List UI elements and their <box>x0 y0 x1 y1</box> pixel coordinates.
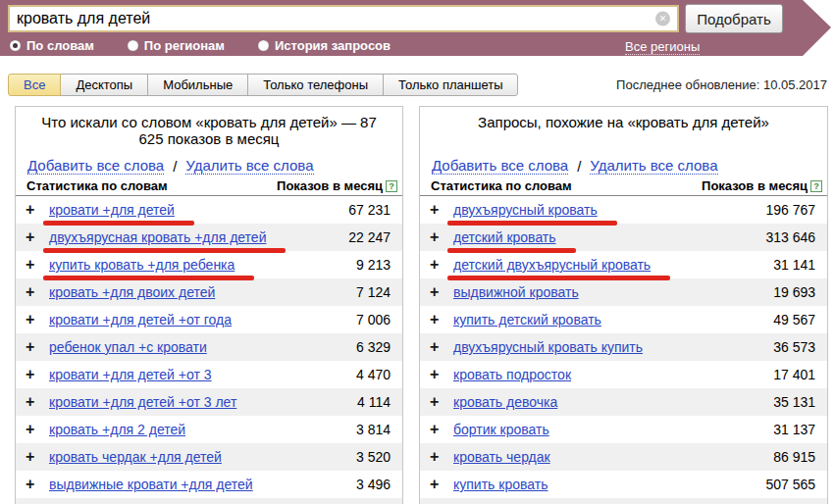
table-row: + бортик кровать 31 137 <box>420 416 827 443</box>
add-keyword-plus-icon[interactable]: + <box>430 338 453 356</box>
column-header-keywords: Статистика по словам <box>26 178 168 193</box>
keyword-link[interactable]: двухъярусный кровать купить <box>453 339 643 355</box>
add-keyword-plus-icon[interactable]: + <box>26 421 49 438</box>
add-keyword-plus-icon[interactable]: + <box>26 228 49 246</box>
keyword-link[interactable]: кровать девочка <box>453 394 557 410</box>
keyword-cell: купить детский кровать <box>453 312 601 328</box>
tab-tablets-only[interactable]: Только планшеты <box>383 74 518 96</box>
radio-icon <box>10 40 21 51</box>
add-keyword-plus-icon[interactable]: + <box>26 283 49 301</box>
table-row: + выдвижные кровати +для детей 3 496 <box>16 471 402 498</box>
add-keyword-plus-icon[interactable]: + <box>430 421 453 438</box>
tab-phones-only[interactable]: Только телефоны <box>247 74 384 96</box>
search-input[interactable] <box>10 7 677 30</box>
radio-by-words[interactable]: По словам <box>10 38 94 53</box>
table-row: + кровать девочка 35 131 <box>420 388 827 416</box>
remove-all-words-link[interactable]: Удалить все слова <box>185 157 313 175</box>
add-keyword-plus-icon[interactable]: + <box>26 476 49 493</box>
keyword-link[interactable]: кровати +для детей +от 3 лет <box>49 394 236 410</box>
table-row: + кровать +для 2 детей 3 814 <box>16 416 402 443</box>
tab-all[interactable]: Все <box>8 74 61 96</box>
clear-icon[interactable]: ✕ <box>655 12 670 26</box>
impressions-value: 86 915 <box>773 449 815 465</box>
search-header: ✕ Подобрать По словамПо регионамИстория … <box>0 0 835 56</box>
add-keyword-plus-icon[interactable]: + <box>26 393 49 411</box>
column-header-keywords: Статистика по словам <box>431 178 572 193</box>
add-keyword-plus-icon[interactable]: + <box>26 311 49 328</box>
keyword-link[interactable]: двухъярусный кровать <box>453 202 598 218</box>
keyword-link[interactable]: купить кровать <box>453 477 548 492</box>
impressions-value: 3 814 <box>356 422 391 437</box>
tab-mobile[interactable]: Мобильные <box>147 74 248 96</box>
impressions-value: 196 767 <box>765 202 815 218</box>
add-keyword-plus-icon[interactable]: + <box>430 448 453 466</box>
keyword-link[interactable]: ребенок упал +с кровати <box>49 339 207 355</box>
keyword-link[interactable]: выдвижной кровать <box>453 284 579 300</box>
keyword-cell: кровать чердак <box>453 449 550 465</box>
keyword-link[interactable]: кровать +для 2 детей <box>49 422 185 437</box>
table-row: + кровать чердак 86 915 <box>420 443 827 471</box>
add-keyword-plus-icon[interactable]: + <box>26 448 49 466</box>
column-header-impressions: Показов в месяц ? <box>277 178 397 193</box>
keyword-cell: двухъярусный кровать купить <box>453 339 643 355</box>
keyword-link[interactable]: детский кровать <box>453 229 556 245</box>
impressions-value: 49 567 <box>773 312 815 328</box>
keyword-link[interactable]: кровати +для детей +от 3 <box>49 367 212 382</box>
help-icon[interactable]: ? <box>386 180 397 192</box>
tab-desktops[interactable]: Десктопы <box>60 74 148 96</box>
add-keyword-plus-icon[interactable]: + <box>430 256 453 274</box>
panel-title: Что искали со словом «кровать для детей»… <box>16 107 402 155</box>
table-body: + кровати +для детей 67 231 + двухъярусн… <box>16 196 402 504</box>
remove-all-words-link[interactable]: Удалить все слова <box>590 157 717 175</box>
add-all-words-link[interactable]: Добавить все слова <box>27 157 164 175</box>
keyword-cell: кровать подросток <box>453 367 571 382</box>
keyword-link[interactable]: детский двухъярусный кровать <box>453 257 651 273</box>
keyword-link[interactable]: двухъярусная кровать +для детей <box>49 229 266 245</box>
impressions-value: 35 131 <box>773 394 815 410</box>
keyword-link[interactable]: бортик кровать <box>453 422 549 437</box>
keyword-cell: кровати +для детей +от года <box>49 312 232 328</box>
submit-button[interactable]: Подобрать <box>685 4 783 33</box>
table-row: + купить кровать 507 565 <box>420 471 827 498</box>
keyword-cell: кровать +для 2 детей <box>49 422 185 437</box>
radio-by-regions[interactable]: По регионам <box>128 38 225 53</box>
device-tabbar: ВсеДесктопыМобильныеТолько телефоныТольк… <box>8 74 827 97</box>
add-keyword-plus-icon[interactable]: + <box>26 201 49 219</box>
keyword-link[interactable]: кровать подросток <box>453 367 571 382</box>
table-row-partial <box>16 498 402 504</box>
keyword-link[interactable]: купить кровать +для ребенка <box>49 257 235 273</box>
add-keyword-plus-icon[interactable]: + <box>430 201 453 219</box>
impressions-value: 67 231 <box>348 202 391 218</box>
keyword-link[interactable]: кровати +для детей <box>49 202 175 218</box>
bulk-links-row: Добавить все слова / Удалить все слова <box>16 155 402 176</box>
add-keyword-plus-icon[interactable]: + <box>430 366 453 383</box>
keyword-link[interactable]: кровать чердак +для детей <box>49 449 222 465</box>
keyword-link[interactable]: выдвижные кровати +для детей <box>49 477 253 492</box>
keyword-link[interactable]: кровати +для детей +от года <box>49 312 232 328</box>
add-keyword-plus-icon[interactable]: + <box>26 256 49 274</box>
keyword-link[interactable]: купить детский кровать <box>453 312 601 328</box>
add-keyword-plus-icon[interactable]: + <box>430 393 453 411</box>
add-keyword-plus-icon[interactable]: + <box>26 366 49 383</box>
radio-query-history[interactable]: История запросов <box>258 38 391 53</box>
keyword-cell: кровать +для двоих детей <box>49 284 215 300</box>
last-update-label: Последнее обновление: 10.05.2017 <box>616 77 827 92</box>
table-row: + двухъярусный кровать купить 36 573 <box>420 333 827 361</box>
add-keyword-plus-icon[interactable]: + <box>430 228 453 246</box>
add-keyword-plus-icon[interactable]: + <box>430 311 453 328</box>
keyword-cell: выдвижные кровати +для детей <box>49 477 253 492</box>
impressions-value: 9 213 <box>356 257 391 273</box>
keyword-cell: кровати +для детей +от 3 лет <box>49 394 236 410</box>
keyword-link[interactable]: кровать чердак <box>453 449 550 465</box>
keyword-link[interactable]: кровать +для двоих детей <box>49 284 215 300</box>
add-keyword-plus-icon[interactable]: + <box>26 338 49 356</box>
impressions-value: 7 124 <box>356 284 391 300</box>
impressions-value: 7 006 <box>356 312 391 328</box>
table-row: + двухъярусная кровать +для детей 22 247 <box>16 224 402 251</box>
all-regions-link[interactable]: Все регионы <box>625 39 700 55</box>
add-keyword-plus-icon[interactable]: + <box>430 476 453 493</box>
add-keyword-plus-icon[interactable]: + <box>430 283 453 301</box>
add-all-words-link[interactable]: Добавить все слова <box>432 157 568 175</box>
keyword-cell: ребенок упал +с кровати <box>49 339 207 355</box>
help-icon[interactable]: ? <box>810 180 822 192</box>
